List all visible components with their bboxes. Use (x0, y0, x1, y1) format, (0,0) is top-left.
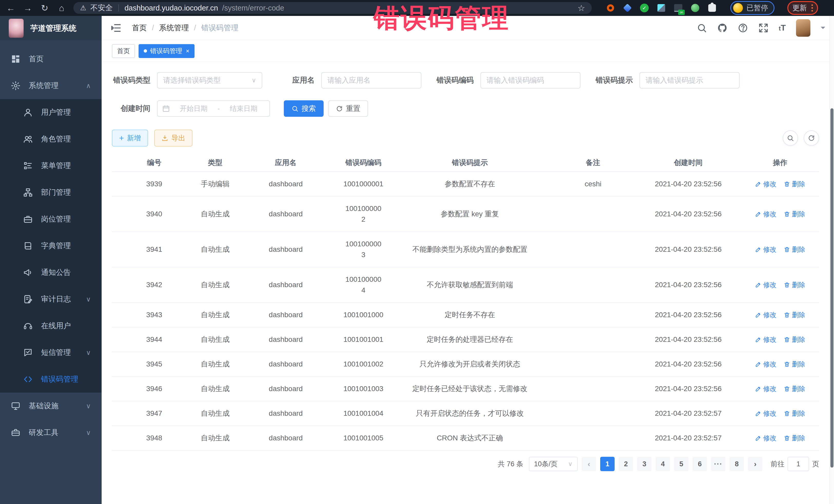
edit-link[interactable]: 修改 (755, 179, 776, 189)
sidebar-item-role-management[interactable]: 角色管理 (0, 126, 102, 152)
prev-page-button[interactable]: ‹ (582, 457, 596, 471)
breadcrumb-home[interactable]: 首页 (132, 23, 147, 33)
github-icon[interactable] (717, 23, 727, 33)
fullscreen-icon[interactable] (758, 23, 769, 33)
delete-link[interactable]: 删除 (784, 280, 805, 290)
browser-menu-icon[interactable] (811, 4, 813, 12)
page-scrollbar[interactable] (829, 16, 834, 504)
export-button[interactable]: 导出 (154, 130, 193, 147)
page-button-2[interactable]: 2 (619, 457, 633, 471)
tag-home[interactable]: 首页 (112, 44, 135, 58)
cell-remark (551, 196, 635, 232)
extension-green-frog-icon[interactable] (691, 4, 700, 12)
sidebar-item-dict-management[interactable]: 字典管理 (0, 233, 102, 259)
add-button[interactable]: + 新增 (112, 130, 148, 147)
edit-link[interactable]: 修改 (755, 245, 776, 255)
delete-link[interactable]: 删除 (784, 409, 805, 419)
profile-paused-chip[interactable]: 已暂停 (730, 1, 774, 15)
page-button-3[interactable]: 3 (637, 457, 652, 471)
back-icon[interactable]: ← (6, 3, 16, 13)
edit-link[interactable]: 修改 (755, 409, 776, 419)
reset-button[interactable]: 重置 (328, 100, 368, 117)
page-button-4[interactable]: 4 (656, 457, 670, 471)
sidebar-item-error-code-management[interactable]: 错误码管理 (0, 366, 102, 393)
sidebar-item-sms-management[interactable]: 短信管理∨ (0, 339, 102, 366)
delete-link[interactable]: 删除 (784, 384, 805, 394)
error-type-select[interactable]: 请选择错误码类型 ∨ (157, 72, 262, 89)
sidebar-item-system-management[interactable]: 系统管理∧ (0, 72, 102, 99)
url-host: dashboard.yudao.iocoder.cn (125, 4, 218, 12)
error-hint-input[interactable] (639, 72, 740, 89)
help-icon[interactable] (738, 23, 748, 33)
address-bar[interactable]: ⚠ 不安全 dashboard.yudao.iocoder.cn/system/… (73, 2, 592, 14)
page-button-6[interactable]: 6 (693, 457, 707, 471)
edit-link[interactable]: 修改 (755, 209, 776, 219)
app-name-input[interactable] (321, 72, 421, 89)
extension-green-check-icon[interactable]: ✓ (640, 4, 649, 12)
next-page-button[interactable]: › (748, 457, 762, 471)
infra-icon (11, 401, 21, 411)
reload-icon[interactable]: ↻ (40, 3, 50, 13)
search-icon[interactable] (697, 23, 707, 33)
sidebar-item-menu-management[interactable]: 菜单管理 (0, 152, 102, 179)
hamburger-icon[interactable] (110, 22, 122, 34)
edit-link[interactable]: 修改 (755, 280, 776, 290)
sidebar-item-home[interactable]: 首页 (0, 46, 102, 72)
browser-update-chip[interactable]: 更新 (787, 1, 818, 15)
edit-link[interactable]: 修改 (755, 359, 776, 369)
sidebar-item-dev-tools[interactable]: 研发工具∨ (0, 419, 102, 446)
home-icon[interactable]: ⌂ (57, 3, 67, 13)
delete-link[interactable]: 删除 (784, 209, 805, 219)
extension-cyan-squares-icon[interactable] (657, 4, 666, 12)
tag-close-icon[interactable]: × (186, 47, 190, 54)
col-id: 编号 (112, 154, 197, 172)
app-logo-row[interactable]: 芋道管理系统 (0, 16, 102, 41)
sidebar-item-online-users[interactable]: 在线用户 (0, 312, 102, 339)
page-button-8[interactable]: 8 (729, 457, 744, 471)
refresh-button[interactable] (804, 130, 819, 146)
goto-page-input[interactable] (788, 457, 809, 471)
edit-link[interactable]: 修改 (755, 310, 776, 320)
cell-create-time: 2021-04-20 23:52:56 (635, 232, 741, 267)
sidebar-item-notice-announcement[interactable]: 通知公告 (0, 259, 102, 286)
pager-ellipsis[interactable]: ··· (711, 457, 725, 471)
sidebar-item-user-management[interactable]: 用户管理 (0, 99, 102, 126)
forward-icon[interactable]: → (23, 3, 33, 13)
error-code-input[interactable] (480, 72, 580, 89)
scrollbar-thumb[interactable] (830, 108, 833, 467)
extensions-row: ✓ on (606, 4, 717, 12)
hide-search-button[interactable] (783, 130, 798, 146)
delete-link[interactable]: 删除 (784, 433, 805, 443)
extension-list-icon[interactable]: on (674, 4, 683, 12)
dept-icon (23, 188, 33, 197)
sidebar-item-audit-log[interactable]: 审计日志∨ (0, 286, 102, 312)
date-range-picker[interactable]: 开始日期 - 结束日期 (157, 100, 270, 117)
search-button[interactable]: 搜索 (284, 100, 324, 117)
user-avatar[interactable] (796, 19, 810, 37)
extension-orange-ring-icon[interactable] (606, 4, 615, 12)
delete-link[interactable]: 删除 (784, 335, 805, 345)
edit-link[interactable]: 修改 (755, 433, 776, 443)
edit-link[interactable]: 修改 (755, 384, 776, 394)
sidebar-item-dept-management[interactable]: 部门管理 (0, 179, 102, 206)
tag-error-code-management[interactable]: 错误码管理 × (138, 44, 195, 58)
breadcrumb-system[interactable]: 系统管理 (159, 23, 189, 33)
sidebar-item-post-management[interactable]: 岗位管理 (0, 206, 102, 233)
page-button-5[interactable]: 5 (674, 457, 688, 471)
profile-avatar (733, 3, 743, 13)
font-size-icon[interactable]: tT (779, 23, 786, 32)
delete-link[interactable]: 删除 (784, 245, 805, 255)
delete-link[interactable]: 删除 (784, 179, 805, 189)
app-title: 芋道管理系统 (30, 23, 76, 34)
page-button-1[interactable]: 1 (600, 457, 615, 471)
avatar-caret-icon[interactable] (821, 27, 825, 31)
page-size-select[interactable]: 10条/页 ∨ (529, 457, 578, 471)
delete-link[interactable]: 删除 (784, 359, 805, 369)
delete-link[interactable]: 删除 (784, 310, 805, 320)
bookmark-star-icon[interactable]: ☆ (577, 3, 585, 13)
extension-puzzle-icon[interactable] (708, 4, 717, 12)
edit-link[interactable]: 修改 (755, 335, 776, 345)
extension-blue-gem-icon[interactable] (623, 4, 632, 12)
sidebar-item-infrastructure[interactable]: 基础设施∨ (0, 393, 102, 419)
goto-page: 前往 页 (771, 457, 819, 471)
